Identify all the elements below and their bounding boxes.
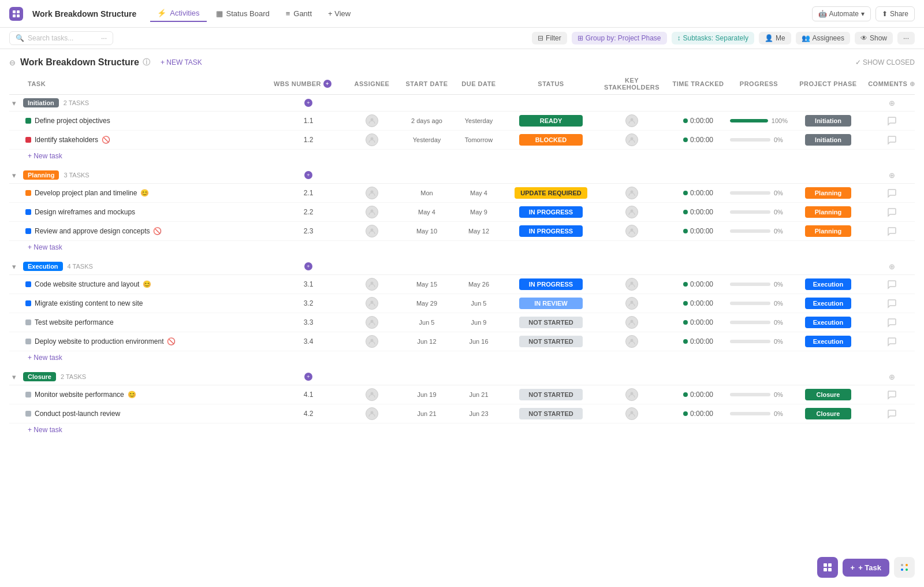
task-dot — [25, 411, 31, 417]
group-toggle-planning[interactable]: ▾ — [9, 170, 18, 180]
task-phase: Planning — [788, 206, 869, 218]
task-name[interactable]: Conduct post-launch review — [35, 410, 120, 418]
task-stakeholders[interactable] — [597, 335, 666, 348]
assignees-button[interactable]: 👥 Assignees — [796, 32, 850, 44]
task-comment[interactable] — [869, 408, 915, 419]
task-assignee[interactable] — [343, 206, 401, 218]
task-stakeholders[interactable] — [597, 187, 666, 199]
tab-gantt[interactable]: ≡ Gantt — [279, 5, 319, 22]
task-dot — [25, 190, 31, 196]
task-assignee[interactable] — [343, 407, 401, 420]
task-name[interactable]: Deploy website to production environment — [35, 337, 163, 345]
group-by-button[interactable]: ⊞ Group by: Project Phase — [572, 32, 667, 44]
task-assignee[interactable] — [343, 225, 401, 237]
task-name[interactable]: Define project objectives — [35, 117, 110, 125]
task-status[interactable]: IN REVIEW — [505, 298, 597, 309]
task-comment[interactable] — [869, 226, 915, 236]
task-comment[interactable] — [869, 298, 915, 309]
task-comment[interactable] — [869, 389, 915, 400]
add-col-icon[interactable]: + — [304, 373, 312, 381]
task-status[interactable]: NOT STARTED — [505, 408, 597, 419]
new-task-row[interactable]: + New task — [9, 241, 915, 254]
task-name[interactable]: Test website performance — [35, 318, 114, 326]
add-col-icon[interactable]: + — [304, 262, 312, 270]
task-assignee[interactable] — [343, 114, 401, 127]
add-col-icon[interactable]: + — [304, 171, 312, 179]
group-add-comments-closure[interactable]: ⊕ — [869, 373, 915, 381]
task-assignee[interactable] — [343, 133, 401, 146]
task-assignee[interactable] — [343, 388, 401, 401]
task-assignee[interactable] — [343, 278, 401, 291]
task-status[interactable]: NOT STARTED — [505, 336, 597, 347]
task-time: 0:00:00 — [666, 318, 730, 326]
show-closed-button[interactable]: ✓ SHOW CLOSED — [855, 58, 915, 66]
task-status[interactable]: NOT STARTED — [505, 389, 597, 400]
group-toggle-closure[interactable]: ▾ — [9, 372, 18, 381]
subtasks-button[interactable]: ↕ Subtasks: Separately — [672, 32, 754, 44]
new-task-button[interactable]: + NEW TASK — [155, 56, 208, 69]
new-task-row[interactable]: + New task — [9, 423, 915, 436]
task-stakeholders[interactable] — [597, 407, 666, 420]
task-status[interactable]: BLOCKED — [505, 134, 597, 146]
task-status[interactable]: NOT STARTED — [505, 317, 597, 328]
task-stakeholders[interactable] — [597, 133, 666, 146]
tab-activities[interactable]: ⚡ Activities — [150, 5, 206, 22]
time-value: 0:00:00 — [690, 136, 713, 144]
group-add-comments-initiation[interactable]: ⊕ — [869, 99, 915, 107]
task-assignee[interactable] — [343, 335, 401, 348]
task-comment[interactable] — [869, 279, 915, 289]
task-comment[interactable] — [869, 135, 915, 145]
filter-button[interactable]: ⊟ Filter — [532, 32, 567, 44]
task-status[interactable]: IN PROGRESS — [505, 206, 597, 218]
task-due-date: May 26 — [453, 281, 505, 288]
task-assignee[interactable] — [343, 187, 401, 199]
toolbar-more-button[interactable]: ··· — [897, 32, 915, 44]
task-comment[interactable] — [869, 207, 915, 217]
share-button[interactable]: ⬆ Share — [875, 6, 915, 21]
task-stakeholders[interactable] — [597, 297, 666, 310]
tab-status-board[interactable]: ▦ Status Board — [209, 5, 277, 22]
task-status[interactable]: IN PROGRESS — [505, 278, 597, 290]
avatar — [625, 316, 638, 329]
task-comment[interactable] — [869, 336, 915, 347]
show-button[interactable]: 👁 Show — [855, 32, 893, 44]
task-stakeholders[interactable] — [597, 206, 666, 218]
task-comment[interactable] — [869, 317, 915, 328]
search-more-icon[interactable]: ··· — [101, 34, 107, 42]
task-name[interactable]: Monitor website performance — [35, 391, 124, 399]
me-button[interactable]: 👤 Me — [759, 32, 791, 44]
task-name[interactable]: Design wireframes and mockups — [35, 208, 135, 216]
group-toggle-execution[interactable]: ▾ — [9, 262, 18, 271]
task-stakeholders[interactable] — [597, 114, 666, 127]
task-status[interactable]: UPDATE REQUIRED — [505, 187, 597, 199]
task-status[interactable]: READY — [505, 115, 597, 127]
time-indicator — [683, 138, 688, 142]
add-col-icon[interactable]: + — [304, 99, 312, 107]
task-wbs: 3.4 — [274, 337, 343, 345]
automate-button[interactable]: 🤖 Automate ▾ — [812, 6, 871, 21]
new-task-row[interactable]: + New task — [9, 351, 915, 364]
new-task-row[interactable]: + New task — [9, 150, 915, 162]
search-box[interactable]: 🔍 Search tasks... ··· — [9, 31, 113, 45]
task-name[interactable]: Identify stakeholders — [35, 136, 98, 144]
task-progress: 0% — [730, 209, 788, 216]
collapse-icon[interactable]: ⊖ — [9, 58, 16, 67]
task-stakeholders[interactable] — [597, 388, 666, 401]
task-stakeholders[interactable] — [597, 278, 666, 291]
task-stakeholders[interactable] — [597, 316, 666, 329]
task-name[interactable]: Code website structure and layout — [35, 280, 139, 288]
task-name[interactable]: Review and approve design concepts — [35, 227, 150, 235]
task-time: 0:00:00 — [666, 189, 730, 197]
tab-view[interactable]: + View — [321, 5, 357, 22]
task-comment[interactable] — [869, 116, 915, 126]
task-name[interactable]: Migrate existing content to new site — [35, 299, 143, 307]
task-comment[interactable] — [869, 188, 915, 198]
group-add-comments-planning[interactable]: ⊕ — [869, 171, 915, 180]
task-assignee[interactable] — [343, 297, 401, 310]
task-name[interactable]: Develop project plan and timeline — [35, 189, 137, 197]
task-stakeholders[interactable] — [597, 225, 666, 237]
group-toggle-initiation[interactable]: ▾ — [9, 98, 18, 107]
task-assignee[interactable] — [343, 316, 401, 329]
group-add-comments-execution[interactable]: ⊕ — [869, 262, 915, 271]
task-status[interactable]: IN PROGRESS — [505, 225, 597, 237]
